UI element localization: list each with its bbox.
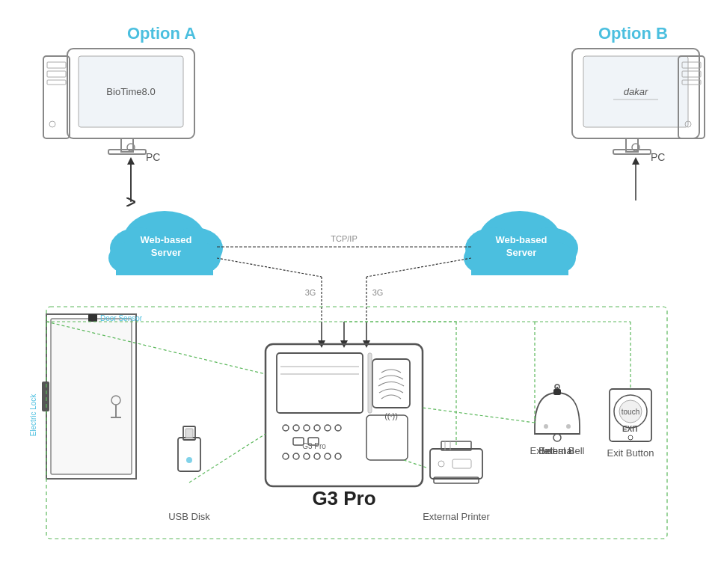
svg-point-76 (304, 453, 310, 459)
option-b-label: Option B (598, 24, 668, 43)
svg-rect-64 (372, 359, 410, 408)
diagram-container: Option A Option B BioTime8.0 PC dakar PC (0, 0, 718, 588)
svg-text:Server: Server (151, 247, 181, 258)
svg-rect-61 (277, 353, 363, 413)
external-printer (430, 441, 482, 483)
svg-rect-102 (452, 459, 471, 468)
svg-line-50 (217, 258, 322, 277)
svg-marker-29 (632, 157, 639, 165)
g3pro-device: ((·)) G3 Pro (266, 344, 423, 486)
svg-rect-7 (47, 62, 66, 68)
svg-rect-84 (51, 319, 132, 474)
svg-rect-107 (553, 389, 561, 395)
external-printer-label: External Printer (423, 511, 490, 522)
svg-point-10 (49, 121, 55, 127)
g3pro-label: G3 Pro (312, 487, 375, 509)
option-a-label: Option A (127, 24, 196, 43)
exit-button-label: Exit Button (607, 447, 654, 459)
svg-point-94 (186, 457, 192, 463)
svg-text:EXIT: EXIT (622, 425, 639, 433)
svg-point-108 (544, 424, 548, 429)
pc-b-label: PC (651, 151, 665, 163)
svg-point-71 (335, 425, 341, 431)
svg-point-78 (325, 453, 331, 459)
svg-marker-27 (127, 157, 135, 165)
svg-point-77 (314, 453, 320, 459)
svg-line-51 (366, 258, 471, 277)
svg-point-119 (628, 435, 633, 440)
svg-point-67 (293, 425, 299, 431)
svg-point-104 (553, 434, 561, 441)
pc-a-label: PC (146, 151, 160, 163)
svg-point-75 (293, 453, 299, 459)
svg-text:BioTime8.0: BioTime8.0 (106, 86, 155, 97)
svg-text:G3 Pro: G3 Pro (302, 442, 326, 450)
svg-rect-88 (88, 314, 97, 322)
external-bell (535, 385, 580, 441)
svg-text:3G: 3G (372, 288, 384, 297)
svg-text:Web-based: Web-based (495, 234, 547, 245)
svg-rect-82 (368, 353, 372, 413)
svg-point-101 (438, 461, 444, 467)
left-cloud: Web-based Server (108, 211, 223, 275)
svg-text:Web-based: Web-based (140, 234, 191, 245)
svg-text:((·)): ((·)) (384, 411, 398, 420)
exit-button: touch EXIT (610, 389, 651, 441)
svg-text:Server: Server (506, 247, 536, 258)
svg-text:touch: touch (622, 408, 639, 416)
svg-rect-91 (178, 438, 200, 471)
svg-point-68 (304, 425, 310, 431)
svg-point-69 (314, 425, 320, 431)
right-cloud: Web-based Server (464, 211, 578, 275)
svg-rect-81 (366, 415, 408, 460)
door-sensor-label: Door Sensor (100, 314, 143, 322)
svg-text:dakar: dakar (624, 86, 648, 97)
svg-text:TCP/IP: TCP/IP (331, 234, 357, 243)
svg-rect-93 (185, 429, 193, 438)
svg-text:3G: 3G (305, 288, 316, 297)
electric-lock-label: Electric Lock (29, 393, 37, 437)
usb-disk (178, 426, 200, 471)
usb-disk-label: USB Disk (168, 511, 210, 522)
svg-rect-9 (47, 80, 66, 85)
svg-point-79 (335, 453, 341, 459)
svg-point-109 (566, 424, 571, 429)
svg-rect-8 (47, 71, 66, 77)
svg-point-70 (325, 425, 331, 431)
svg-point-74 (283, 453, 289, 459)
svg-line-111 (423, 408, 535, 423)
svg-text:External Bell: External Bell (530, 445, 585, 456)
svg-rect-89 (42, 382, 49, 411)
svg-point-66 (283, 425, 289, 431)
